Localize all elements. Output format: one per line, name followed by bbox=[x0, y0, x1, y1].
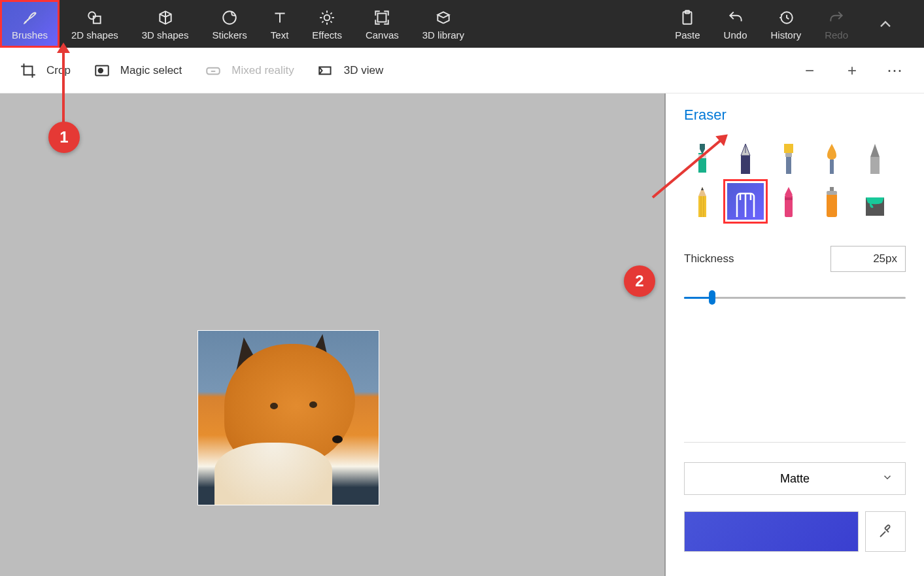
annotation-arrow-1 bbox=[62, 49, 65, 124]
paste-label: Paste bbox=[675, 29, 700, 41]
crop-label: Crop bbox=[46, 64, 71, 77]
tab-text[interactable]: Text bbox=[259, 0, 301, 48]
history-icon bbox=[778, 7, 795, 28]
svg-point-3 bbox=[324, 15, 330, 21]
tab-canvas-label: Canvas bbox=[366, 29, 399, 41]
btn-zoom-out[interactable]: − bbox=[800, 61, 819, 80]
expand-menu-button[interactable] bbox=[860, 0, 911, 48]
tab-effects[interactable]: Effects bbox=[300, 0, 354, 48]
pixel-pen-icon bbox=[864, 143, 886, 174]
right-panel: Eraser bbox=[666, 93, 924, 576]
btn-magic-select[interactable]: Magic select bbox=[94, 62, 182, 79]
tool-spray-can[interactable] bbox=[813, 183, 850, 220]
btn-history[interactable]: History bbox=[759, 0, 813, 48]
magic-select-label: Magic select bbox=[120, 64, 182, 77]
svg-rect-25 bbox=[830, 187, 834, 191]
material-dropdown[interactable]: Matte bbox=[684, 462, 906, 495]
tab-3d-library-label: 3D library bbox=[422, 29, 464, 41]
top-toolbar: Brushes 2D shapes 3D shapes Stickers Tex… bbox=[0, 0, 924, 48]
tool-pencil[interactable] bbox=[684, 183, 721, 220]
slider-track bbox=[684, 297, 906, 299]
chevron-down-icon bbox=[881, 471, 893, 486]
calligraphy-pen-icon bbox=[734, 143, 757, 174]
3d-view-label: 3D view bbox=[344, 64, 383, 77]
thickness-input[interactable] bbox=[830, 246, 906, 272]
tab-3d-shapes[interactable]: 3D shapes bbox=[130, 0, 201, 48]
tab-stickers[interactable]: Stickers bbox=[200, 0, 258, 48]
tab-effects-label: Effects bbox=[312, 29, 342, 41]
tool-fill[interactable] bbox=[857, 183, 893, 220]
material-selected-label: Matte bbox=[780, 472, 810, 486]
canvas-pane[interactable] bbox=[0, 93, 666, 576]
annotation-marker-1: 1 bbox=[48, 122, 80, 153]
undo-label: Undo bbox=[724, 29, 747, 41]
svg-rect-20 bbox=[698, 196, 706, 217]
tool-oil-brush[interactable] bbox=[770, 140, 807, 177]
tab-text-label: Text bbox=[271, 29, 289, 41]
shapes-3d-icon bbox=[157, 7, 174, 28]
svg-rect-26 bbox=[827, 194, 837, 217]
fill-bucket-icon bbox=[862, 191, 888, 217]
eyedropper-icon bbox=[878, 524, 893, 539]
svg-point-9 bbox=[98, 68, 103, 73]
pencil-icon bbox=[691, 186, 713, 217]
tool-watercolor[interactable] bbox=[813, 140, 850, 177]
mixed-reality-icon bbox=[205, 62, 222, 79]
tab-brushes[interactable]: Brushes bbox=[0, 0, 60, 48]
svg-point-0 bbox=[88, 12, 95, 19]
canvas-image[interactable] bbox=[197, 330, 379, 505]
watercolor-icon bbox=[821, 143, 843, 174]
view-3d-icon bbox=[317, 62, 334, 79]
slider-thumb[interactable] bbox=[709, 290, 715, 305]
tool-crayon[interactable] bbox=[770, 183, 807, 220]
brush-tools-grid bbox=[684, 140, 906, 220]
btn-redo[interactable]: Redo bbox=[813, 0, 860, 48]
more-icon: ⋯ bbox=[887, 61, 902, 80]
thickness-slider[interactable] bbox=[684, 285, 906, 311]
svg-rect-16 bbox=[785, 153, 792, 157]
redo-icon bbox=[828, 7, 845, 28]
svg-rect-27 bbox=[827, 191, 837, 195]
btn-3d-view[interactable]: 3D view bbox=[317, 62, 383, 79]
tab-3d-label: 3D shapes bbox=[142, 29, 189, 41]
crop-icon bbox=[20, 62, 37, 79]
spray-can-icon bbox=[821, 186, 843, 217]
effects-icon bbox=[318, 7, 335, 28]
main-area: Eraser bbox=[0, 93, 924, 576]
crayon-icon bbox=[778, 186, 800, 217]
tool-calligraphy-pen[interactable] bbox=[727, 140, 764, 177]
svg-rect-4 bbox=[378, 14, 386, 22]
panel-title: Eraser bbox=[684, 107, 906, 124]
minus-icon: − bbox=[805, 61, 814, 80]
history-label: History bbox=[770, 29, 801, 41]
tab-2d-label: 2D shapes bbox=[71, 29, 118, 41]
magic-select-icon bbox=[94, 62, 111, 79]
svg-rect-17 bbox=[786, 157, 791, 174]
tab-canvas[interactable]: Canvas bbox=[354, 0, 411, 48]
tool-pixel-pen[interactable] bbox=[857, 140, 893, 177]
panel-divider bbox=[684, 442, 906, 443]
btn-more[interactable]: ⋯ bbox=[885, 61, 904, 80]
eraser-icon bbox=[731, 188, 760, 217]
right-toolbar-tabs: Paste Undo History Redo bbox=[663, 0, 924, 48]
canvas-icon bbox=[373, 7, 390, 28]
tab-3d-library[interactable]: 3D library bbox=[411, 0, 476, 48]
oil-brush-icon bbox=[778, 143, 800, 174]
tab-2d-shapes[interactable]: 2D shapes bbox=[60, 0, 130, 48]
btn-mixed-reality: Mixed reality bbox=[205, 62, 294, 79]
tab-brushes-label: Brushes bbox=[12, 29, 48, 41]
paste-icon bbox=[679, 7, 696, 28]
eyedropper-button[interactable] bbox=[865, 511, 906, 552]
text-icon bbox=[271, 7, 288, 28]
sub-toolbar: Crop Magic select Mixed reality 3D view … bbox=[0, 48, 924, 93]
brush-icon bbox=[22, 7, 39, 28]
chevron-up-icon bbox=[876, 15, 895, 33]
current-color-swatch[interactable] bbox=[684, 511, 859, 552]
undo-icon bbox=[727, 7, 744, 28]
btn-paste[interactable]: Paste bbox=[663, 0, 711, 48]
btn-zoom-in[interactable]: + bbox=[842, 61, 862, 80]
tool-eraser[interactable] bbox=[727, 183, 764, 220]
shapes-2d-icon bbox=[86, 7, 103, 28]
annotation-marker-2: 2 bbox=[624, 265, 655, 297]
btn-undo[interactable]: Undo bbox=[712, 0, 759, 48]
